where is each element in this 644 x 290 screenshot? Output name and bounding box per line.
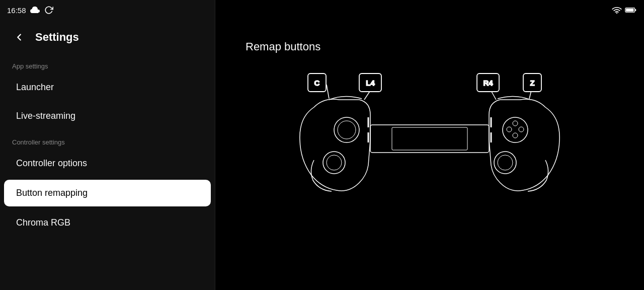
btn-z[interactable]: Z [523,74,541,92]
sidebar-header: Settings [0,20,215,54]
sidebar-title: Settings [35,31,79,44]
svg-text:Z: Z [530,79,534,87]
btn-c[interactable]: C [308,74,326,92]
svg-point-4 [338,121,356,139]
main-content: Remap buttons [215,20,644,290]
svg-point-16 [513,121,518,126]
svg-point-6 [327,155,342,170]
back-button[interactable] [10,28,28,46]
svg-text:L4: L4 [366,79,375,87]
btn-l4[interactable]: L4 [359,74,381,92]
svg-rect-1 [635,9,636,11]
left-controller [300,85,374,191]
battery-icon [625,7,637,14]
sidebar-item-launcher[interactable]: Launcher [4,74,211,101]
svg-rect-12 [392,127,467,150]
svg-point-14 [498,155,513,170]
svg-point-19 [513,133,518,138]
sidebar-item-chroma-rgb[interactable]: Chroma RGB [4,209,211,236]
svg-text:C: C [314,79,320,87]
refresh-icon [44,6,53,15]
wifi-icon [612,6,622,14]
svg-text:R4: R4 [483,79,493,87]
status-left: 16:58 [7,6,53,15]
right-controller [488,85,559,191]
status-right [612,6,637,14]
section-label-app: App settings [0,54,215,73]
section-label-controller: Controller settings [0,130,215,149]
cloud-icon [30,7,40,14]
svg-point-18 [507,127,512,132]
controller-diagram: C L4 R4 Z [279,69,581,200]
controller-container: C L4 R4 Z [246,69,614,200]
page-heading: Remap buttons [246,40,614,53]
svg-line-10 [327,85,329,99]
main-panel: Remap buttons [215,0,644,290]
btn-r4[interactable]: R4 [477,74,499,92]
svg-rect-2 [626,9,633,12]
sidebar: Settings App settings Launcher Live-stre… [0,0,215,290]
time-display: 16:58 [7,6,26,15]
svg-point-17 [519,127,524,132]
sidebar-item-button-remapping[interactable]: Button remapping [4,180,211,206]
status-bar: 16:58 [0,0,644,20]
sidebar-item-controller-options[interactable]: Controller options [4,150,211,177]
svg-rect-11 [370,125,489,153]
sidebar-item-live-streaming[interactable]: Live-streaming [4,103,211,129]
